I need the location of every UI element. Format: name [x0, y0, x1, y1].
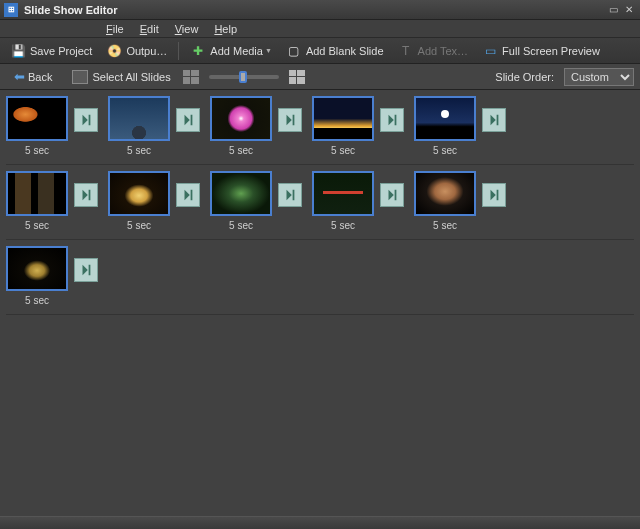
slide-duration: 5 sec [433, 145, 457, 156]
slide-thumbnail[interactable] [210, 96, 272, 141]
transition-button[interactable] [380, 108, 404, 132]
save-project-button[interactable]: 💾 Save Project [4, 41, 98, 61]
svg-rect-0 [89, 115, 91, 126]
slide-duration: 5 sec [229, 145, 253, 156]
slide-thumbnail[interactable] [6, 96, 68, 141]
slide-cell: 5 sec [312, 96, 410, 162]
slide-duration: 5 sec [25, 220, 49, 231]
output-button[interactable]: 📀 Outpu… [100, 41, 173, 61]
transition-button[interactable] [278, 183, 302, 207]
select-all-icon [72, 70, 88, 84]
slide-cell: 5 sec [108, 96, 206, 162]
slide-thumbnail[interactable] [108, 171, 170, 216]
svg-rect-1 [191, 115, 193, 126]
full-screen-preview-label: Full Screen Preview [502, 45, 600, 57]
menu-edit[interactable]: Edit [132, 21, 167, 37]
slide-item: 5 sec [6, 246, 68, 312]
select-all-slides-button[interactable]: Select All Slides [66, 68, 176, 86]
close-button[interactable]: ✕ [622, 4, 636, 16]
view-grid-large-button[interactable] [289, 70, 305, 84]
back-label: Back [28, 71, 52, 83]
transition-button[interactable] [278, 108, 302, 132]
plus-icon: ✚ [190, 43, 206, 59]
slide-cell: 5 sec [108, 171, 206, 237]
slide-cell: 5 sec [6, 96, 104, 162]
menu-help[interactable]: Help [206, 21, 245, 37]
slide-thumbnail[interactable] [6, 246, 68, 291]
text-icon: T [398, 43, 414, 59]
transition-button[interactable] [482, 108, 506, 132]
svg-rect-6 [191, 190, 193, 201]
add-blank-slide-label: Add Blank Slide [306, 45, 384, 57]
slide-duration: 5 sec [127, 145, 151, 156]
add-media-button[interactable]: ✚ Add Media ▼ [184, 41, 278, 61]
transition-button[interactable] [74, 108, 98, 132]
menu-bar: File Edit View Help [0, 20, 640, 38]
status-bar [0, 516, 640, 529]
minimize-button[interactable]: ▭ [606, 4, 620, 16]
slide-duration: 5 sec [229, 220, 253, 231]
window-title: Slide Show Editor [24, 4, 118, 16]
add-text-label: Add Tex… [418, 45, 469, 57]
transition-button[interactable] [482, 183, 506, 207]
row-divider [6, 314, 634, 315]
toolbar-separator [178, 42, 179, 60]
svg-rect-4 [497, 115, 499, 126]
slide-thumbnail[interactable] [414, 171, 476, 216]
slide-duration: 5 sec [433, 220, 457, 231]
slide-item: 5 sec [414, 171, 476, 237]
slide-order-select[interactable]: Custom [564, 68, 634, 86]
slide-duration: 5 sec [331, 220, 355, 231]
thumbnail-size-slider[interactable] [209, 75, 279, 79]
slide-thumbnail[interactable] [312, 171, 374, 216]
transition-button[interactable] [176, 183, 200, 207]
svg-rect-3 [395, 115, 397, 126]
slide-item: 5 sec [6, 96, 68, 162]
transition-button[interactable] [74, 183, 98, 207]
slide-item: 5 sec [312, 171, 374, 237]
slide-item: 5 sec [210, 171, 272, 237]
slide-thumbnail[interactable] [210, 171, 272, 216]
slide-item: 5 sec [312, 96, 374, 162]
add-text-button: T Add Tex… [392, 41, 475, 61]
slide-cell: 5 sec [414, 171, 512, 237]
slide-thumbnail[interactable] [108, 96, 170, 141]
svg-rect-10 [89, 265, 91, 276]
slide-cell: 5 sec [414, 96, 512, 162]
slide-cell: 5 sec [6, 246, 104, 312]
slide-order-label: Slide Order: [495, 71, 554, 83]
transition-button[interactable] [380, 183, 404, 207]
slide-item: 5 sec [414, 96, 476, 162]
transition-button[interactable] [176, 108, 200, 132]
slider-thumb[interactable] [239, 71, 247, 83]
view-grid-small-button[interactable] [183, 70, 199, 84]
add-blank-slide-button[interactable]: ▢ Add Blank Slide [280, 41, 390, 61]
window-titlebar: ⊞ Slide Show Editor ▭ ✕ [0, 0, 640, 20]
menu-file[interactable]: File [98, 21, 132, 37]
secondary-toolbar: ⬅ Back Select All Slides Slide Order: Cu… [0, 64, 640, 90]
slide-item: 5 sec [108, 171, 170, 237]
slide-duration: 5 sec [331, 145, 355, 156]
disk-icon: 💾 [10, 43, 26, 59]
svg-rect-8 [395, 190, 397, 201]
monitor-icon: ▭ [482, 43, 498, 59]
app-icon: ⊞ [4, 3, 18, 17]
slide-workspace: 5 sec5 sec5 sec5 sec5 sec5 sec5 sec5 sec… [0, 90, 640, 516]
slide-thumbnail[interactable] [6, 171, 68, 216]
output-icon: 📀 [106, 43, 122, 59]
add-media-label: Add Media [210, 45, 263, 57]
menu-view[interactable]: View [167, 21, 207, 37]
full-screen-preview-button[interactable]: ▭ Full Screen Preview [476, 41, 606, 61]
slide-item: 5 sec [6, 171, 68, 237]
slide-thumbnail[interactable] [312, 96, 374, 141]
back-button[interactable]: ⬅ Back [6, 67, 60, 86]
save-project-label: Save Project [30, 45, 92, 57]
blank-slide-icon: ▢ [286, 43, 302, 59]
slide-row: 5 sec5 sec5 sec5 sec5 sec [6, 96, 634, 162]
svg-rect-7 [293, 190, 295, 201]
slide-duration: 5 sec [25, 145, 49, 156]
transition-button[interactable] [74, 258, 98, 282]
slide-thumbnail[interactable] [414, 96, 476, 141]
slide-row: 5 sec5 sec5 sec5 sec5 sec [6, 171, 634, 237]
output-label: Outpu… [126, 45, 167, 57]
